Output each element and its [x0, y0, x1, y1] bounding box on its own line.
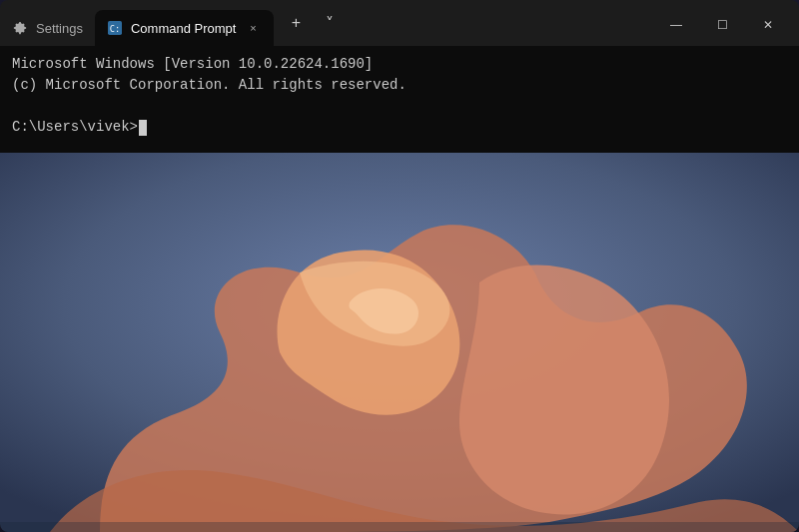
svg-text:C:: C: — [110, 24, 121, 34]
title-bar: Settings C: Command Prompt × + ˅ — [0, 0, 799, 46]
terminal-text-area: Microsoft Windows [Version 10.0.22624.16… — [12, 54, 787, 138]
terminal-line3 — [12, 96, 787, 117]
terminal-content[interactable]: Microsoft Windows [Version 10.0.22624.16… — [0, 46, 799, 532]
terminal-prompt-line: C:\Users\vivek> — [12, 117, 787, 138]
tab-cmd[interactable]: C: Command Prompt × — [95, 10, 274, 46]
terminal-window: Settings C: Command Prompt × + ˅ — [0, 0, 799, 532]
cmd-tab-close[interactable]: × — [244, 19, 262, 37]
tab-settings[interactable]: Settings — [0, 10, 95, 46]
cmd-icon: C: — [107, 20, 123, 36]
cmd-tab-label: Command Prompt — [131, 21, 236, 36]
dropdown-button[interactable]: ˅ — [314, 9, 346, 37]
tabs-area: Settings C: Command Prompt × + ˅ — [0, 0, 645, 46]
wallpaper-background — [0, 153, 799, 532]
add-tab-button[interactable]: + — [280, 9, 312, 37]
maximize-button[interactable]: ☐ — [699, 9, 745, 41]
tab-actions: + ˅ — [274, 0, 352, 46]
terminal-line1: Microsoft Windows [Version 10.0.22624.16… — [12, 54, 787, 75]
gear-icon — [12, 20, 28, 36]
terminal-line2: (c) Microsoft Corporation. All rights re… — [12, 75, 787, 96]
window-controls: — ☐ ✕ — [645, 0, 799, 46]
chevron-down-icon: ˅ — [326, 14, 334, 33]
minimize-button[interactable]: — — [653, 9, 699, 41]
terminal-prompt: C:\Users\vivek> — [12, 117, 138, 138]
settings-tab-label: Settings — [36, 21, 83, 36]
close-button[interactable]: ✕ — [745, 9, 791, 41]
terminal-cursor — [139, 120, 147, 136]
